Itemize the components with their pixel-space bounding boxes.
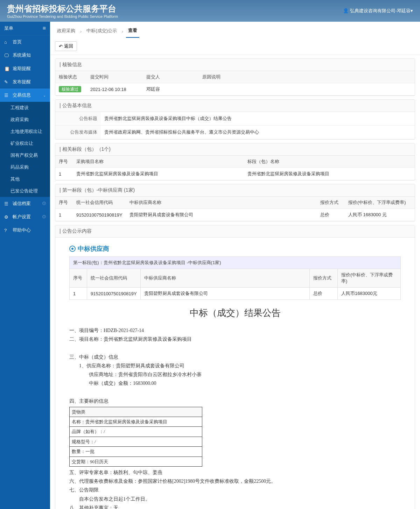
menu-header: 菜单 ≡: [0, 22, 50, 35]
submenu-item[interactable]: 其他: [0, 173, 50, 185]
content-panel: | 公告公示内容 中标供应商 第一标段(包)：贵州省黔北监狱厨房装修及设备采购项…: [55, 225, 415, 509]
monitor-icon: 🖵: [4, 53, 10, 58]
sidebar-item-integrity[interactable]: ☰诚信档案ⓘ: [0, 197, 50, 210]
breadcrumb: 政府采购 › 中标(成交)公示 › 查看: [50, 22, 420, 38]
sidebar-item-help[interactable]: ?帮助中心: [0, 224, 50, 237]
back-icon: ↶: [59, 44, 63, 49]
submenu-item[interactable]: 土地使用权出让: [0, 126, 50, 137]
crumb-3: 查看: [126, 24, 139, 38]
panel-title: | 公告基本信息: [55, 100, 415, 112]
edit-icon: ✎: [4, 79, 10, 85]
table-row: 191520100750190819Y贵阳碧野厨具成套设备有限公司总价人民币 1…: [55, 209, 415, 221]
chevron-down-icon: ⌄: [43, 93, 46, 97]
user-icon: 👤: [343, 8, 349, 13]
clipboard-icon: 📋: [4, 66, 10, 71]
target-icon: [69, 246, 76, 252]
sidebar-item-trade[interactable]: ☰交易信息⌄: [0, 89, 50, 102]
notice-title: 中标（成交）结果公告: [69, 307, 401, 319]
basic-panel: | 公告基本信息 公告标题贵州省黔北监狱厨房装修及设备采购项目中标（成交）结果公…: [55, 99, 415, 140]
submenu-item[interactable]: 国有产权交易: [0, 149, 50, 161]
sidebar-item-account[interactable]: ⚙帐户设置ⓘ: [0, 210, 50, 224]
table-row: 1贵州省黔北监狱厨房装修及设备采购项目贵州省黔北监狱厨房装修及设备采购项目: [55, 168, 415, 180]
hamburger-icon[interactable]: ≡: [43, 25, 46, 31]
related-panel: | 相关标段（包）（1个) 序号采购项目名称标段（包）名称 1贵州省黔北监狱厨房…: [55, 143, 415, 181]
help-icon: ?: [4, 228, 10, 233]
sidebar-item-home[interactable]: ⌂首页: [0, 35, 50, 49]
home-icon: ⌂: [4, 40, 10, 45]
table-row: 核验通过 2021-12-06 10:18 邓廷容: [55, 83, 415, 96]
sidebar: 菜单 ≡ ⌂首页 🖵系统通知 📋逾期提醒 ✎发布提醒 ☰交易信息⌄ 工程建设 政…: [0, 22, 50, 509]
crumb-1[interactable]: 政府采购: [55, 25, 77, 37]
supplier-panel: | 第一标段（包）-中标供应商 (1家) 序号统一社会信用代码中标供应商名称报价…: [55, 184, 415, 221]
panel-title: | 第一标段（包）-中标供应商 (1家): [55, 184, 415, 197]
verify-table: 核验状态 提交时间 提交人 原因说明 核验通过 2021-12-06 10:18…: [55, 71, 415, 96]
user-info[interactable]: 👤 弘典建设咨询有限公司-邓廷容▾: [343, 8, 413, 14]
table-row: 191520100750190819Y贵阳碧野厨具成套设备有限公司总价人民币16…: [70, 288, 401, 300]
app-title: 贵州省招标投标公共服务平台: [7, 3, 118, 14]
sidebar-item-overdue[interactable]: 📋逾期提醒: [0, 62, 50, 75]
goods-table: 货物类 名称：贵州省黔北监狱厨房装修及设备采购项目 品牌（如有）：/ 规格型号：…: [69, 407, 202, 467]
sidebar-item-publish[interactable]: ✎发布提醒: [0, 75, 50, 89]
panel-title: | 公告公示内容: [55, 225, 415, 238]
verify-panel: | 核验信息 核验状态 提交时间 提交人 原因说明 核验通过 2021-12-0…: [55, 58, 415, 96]
submenu-item[interactable]: 已发公告处理: [0, 185, 50, 197]
crumb-2[interactable]: 中标(成交)公示: [84, 25, 119, 37]
winning-supplier-label: 中标供应商: [69, 245, 401, 253]
list-icon: ☰: [4, 93, 10, 98]
main-content: 政府采购 › 中标(成交)公示 › 查看 ↶返回 | 核验信息 核验状态 提交时…: [50, 22, 420, 509]
status-badge: 核验通过: [59, 86, 81, 92]
submenu-item[interactable]: 工程建设: [0, 102, 50, 114]
app-subtitle: GuiZhou Province Tendering and Bidding P…: [7, 14, 118, 19]
submenu-item[interactable]: 政府采购: [0, 114, 50, 126]
notice-body: 一、项目编号：HDZB-2021-027-14 二、项目名称：贵州省黔北监狱厨房…: [69, 326, 401, 509]
info-icon: ⓘ: [42, 201, 46, 206]
back-button[interactable]: ↶返回: [55, 41, 77, 51]
sidebar-submenu: 工程建设 政府采购 土地使用权出让 矿业权出让 国有产权交易 药品采购 其他 已…: [0, 102, 50, 197]
submenu-item[interactable]: 矿业权出让: [0, 137, 50, 149]
gear-icon: ⚙: [4, 214, 10, 220]
inner-supplier-table: 第一标段(包)：贵州省黔北监狱厨房装修及设备采购项目 -中标供应商(1家) 序号…: [69, 256, 401, 300]
panel-title: | 核验信息: [55, 59, 415, 71]
info-icon: ⓘ: [42, 214, 46, 219]
archive-icon: ☰: [4, 201, 10, 206]
panel-title: | 相关标段（包）（1个): [55, 143, 415, 156]
sidebar-item-notice[interactable]: 🖵系统通知: [0, 49, 50, 62]
app-header: 贵州省招标投标公共服务平台 GuiZhou Province Tendering…: [0, 0, 420, 22]
submenu-item[interactable]: 药品采购: [0, 161, 50, 173]
